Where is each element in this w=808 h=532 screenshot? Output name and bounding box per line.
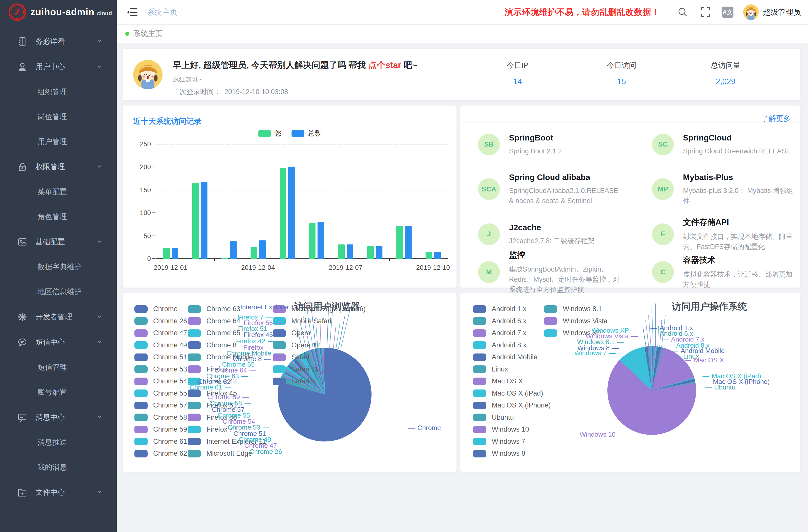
sidebar-group-1[interactable]: 用户中心 [0,54,117,80]
sidebar-item-2-1[interactable]: 角色管理 [0,204,117,229]
browsers-legend-Chrome 62[interactable]: Chrome 62 [134,450,187,457]
os-legend-Windows 8.1[interactable]: Windows 8.1 [544,305,602,313]
browsers-legend-Chrome 54[interactable]: Chrome 54 [134,377,187,385]
breadcrumb[interactable]: 系统主页 [147,7,178,18]
chevron-down-icon [96,313,103,320]
browsers-legend-Opera 12[interactable]: Opera 12 [273,341,320,349]
sidebar-item-1-1[interactable]: 岗位管理 [0,105,117,129]
welcome-card: 早上好, 超级管理员, 今天帮别人解决问题了吗 帮我 点个star 吧~ 疯狂加… [123,49,801,100]
browsers-legend-Chrome 64[interactable]: Chrome 64 [188,317,240,325]
chevron-down-icon [96,339,103,346]
sidebar-item-3-0[interactable]: 数据字典维护 [0,255,117,279]
bar-legend-您[interactable]: 您 [258,129,281,138]
os-legend-Windows 8[interactable]: Windows 8 [473,450,525,457]
menu-fold-icon[interactable] [126,5,139,19]
browsers-legend-Chrome 61[interactable]: Chrome 61 [134,438,187,445]
bar-您-2019-12-03 [221,258,228,259]
browsers-legend-Chrome 55[interactable]: Chrome 55 [134,389,187,397]
os-legend-Windows 10[interactable]: Windows 10 [473,425,529,433]
browsers-legend-Chrome 63[interactable]: Chrome 63 [188,305,240,313]
os-legend-Windows 7[interactable]: Windows 7 [473,438,525,445]
sidebar-group-5[interactable]: 短信中心 [0,330,117,355]
sidebar-group-7[interactable]: 文件中心 [0,480,117,505]
visits-chart-legend: 您总数 [253,129,326,138]
os-legend-Android 7.x[interactable]: Android 7.x [473,329,527,337]
y-axis-label: 200 [140,163,151,171]
sidebar-item-3-1[interactable]: 地区信息维护 [0,279,117,304]
env-warning-text: 演示环境维护不易，请勿乱删乱改数据！ [505,6,660,18]
browsers-legend-Chrome 26[interactable]: Chrome 26 [134,317,187,325]
os-legend-Android Mobile[interactable]: Android Mobile [473,353,537,361]
browsers-legend-Chrome 57[interactable]: Chrome 57 [134,401,187,409]
browsers-legend-Chrome 8[interactable]: Chrome 8 [188,341,237,349]
os-legend-Android 8.x[interactable]: Android 8.x [473,341,527,349]
star-link[interactable]: 点个star [368,60,401,70]
sidebar-item-2-0[interactable]: 菜单配置 [0,180,117,204]
lock-icon [17,161,28,172]
sidebar-item-1-0[interactable]: 组织管理 [0,80,117,105]
sidebar-group-2[interactable]: 权限管理 [0,154,117,180]
sidebar-menu: 务必详看 用户中心 组织管理岗位管理用户管理 权限管理 菜单配置角色管理 基础配… [0,29,117,505]
bar-总数-2019-12-03 [230,241,237,259]
os-legend-Mac OS X (iPhone)[interactable]: Mac OS X (iPhone) [473,401,551,409]
sidebar-item-6-0[interactable]: 消息推送 [0,430,117,455]
tech-cell-Mybatis-Plus: MP Mybatis-Plus Mybatis-plus 3.2.0： Myba… [634,166,801,212]
visits-chart-title: 近十天系统访问记录 [133,116,202,127]
bar-legend-总数[interactable]: 总数 [291,129,321,138]
stat-1: 今日访问 15 [570,60,674,86]
sidebar-group-0[interactable]: 务必详看 [0,29,117,54]
os-legend-Ubuntu[interactable]: Ubuntu [473,414,514,421]
browsers-legend-Chrome[interactable]: Chrome [134,305,178,313]
os-legend-Linux[interactable]: Linux [473,365,508,373]
user-name[interactable]: 超级管理员 [763,7,801,18]
callout-line [327,311,329,349]
fullscreen-icon[interactable] [699,5,712,19]
os-legend-Android 6.x[interactable]: Android 6.x [473,317,527,325]
logo-z-icon: Z [8,3,26,21]
browsers-legend-Chrome 47[interactable]: Chrome 47 [134,329,187,337]
browsers-legend-Safari 9[interactable]: Safari 9 [273,377,315,385]
bar-总数-2019-12-10 [434,252,441,259]
sidebar-item-1-2[interactable]: 用户管理 [0,129,117,154]
gridline [156,190,447,190]
tab-bar: 系统主页 [117,24,808,43]
sidebar-group-4[interactable]: 开发者管理 [0,304,117,330]
os-label-Ubuntu: Ubuntu [705,383,735,391]
browsers-legend-Chrome 59[interactable]: Chrome 59 [134,425,187,433]
browsers-legend-Chrome 53[interactable]: Chrome 53 [134,365,187,373]
os-legend-Mac OS X[interactable]: Mac OS X [473,377,523,385]
callout-line [643,326,646,347]
browsers-pie-title: 访问用户浏览器 [294,300,360,313]
browser-pie-card: 访问用户浏览器ChromeChrome 26Chrome 47Chrome 49… [123,293,457,472]
browsers-legend-Safari 11[interactable]: Safari 11 [273,365,318,373]
y-axis-label: 100 [140,209,151,217]
browsers-legend-Firefox 7[interactable]: Firefox 7 [188,425,233,433]
sidebar-item-5-0[interactable]: 短信管理 [0,355,117,380]
callout-line [320,322,321,349]
os-legend-Windows Vista[interactable]: Windows Vista [544,317,608,325]
y-axis-label: 150 [140,186,151,194]
browsers-legend-Microsoft Edge[interactable]: Microsoft Edge [188,450,252,457]
font-size-icon[interactable]: A文 [722,6,733,18]
tab-home[interactable]: 系统主页 [117,24,174,43]
os-legend-Android 1.x[interactable]: Android 1.x [473,305,527,313]
sidebar-item-5-1[interactable]: 账号配置 [0,380,117,405]
os-label-Windows 7: Windows 7 [574,349,616,357]
browsers-legend-Chrome 58[interactable]: Chrome 58 [134,414,187,421]
os-legend-Mac OS X (iPad)[interactable]: Mac OS X (iPad) [473,389,543,397]
browsers-legend-Chrome 49[interactable]: Chrome 49 [134,341,187,349]
browsers-legend-Chrome 51[interactable]: Chrome 51 [134,353,187,361]
y-axis-label: 250 [140,140,151,148]
message-icon [17,412,28,423]
x-axis-tick [214,259,215,261]
bar-总数-2019-12-06 [317,222,324,259]
sidebar-group-6[interactable]: 消息中心 [0,405,117,430]
tech-badge-J: J [478,223,500,245]
sidebar-group-3[interactable]: 基础配置 [0,229,117,255]
sidebar-item-6-1[interactable]: 我的消息 [0,455,117,480]
logo[interactable]: Z zuihou-admin cloud [0,0,117,24]
avatar[interactable] [743,4,759,20]
x-axis-label: 2019-12-07 [329,264,362,272]
browsers-legend-Chrome 65[interactable]: Chrome 65 [188,329,240,337]
search-icon[interactable] [676,5,689,19]
